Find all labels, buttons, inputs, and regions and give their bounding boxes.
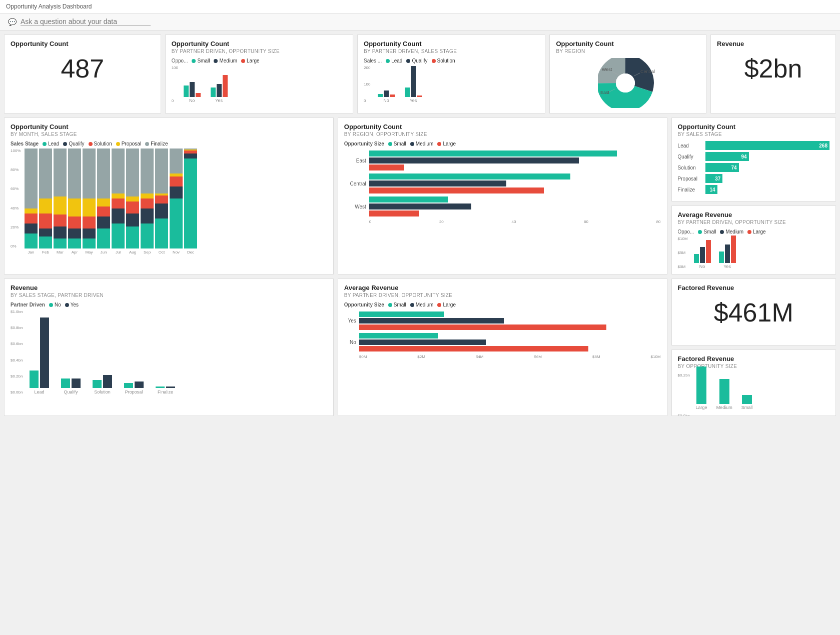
- card-title: Revenue: [11, 284, 327, 292]
- rev-group-finalize: Finalize: [156, 308, 175, 394]
- bar-yes-large: [223, 75, 228, 97]
- avg-hbar-bars: [359, 312, 661, 330]
- fact-bar-wrap-small: Small: [741, 395, 753, 410]
- fact-bar-large[interactable]: [696, 366, 706, 404]
- hbar-east-large[interactable]: [369, 164, 404, 170]
- fact-label-large: Large: [696, 405, 707, 410]
- hbar-bars: [369, 196, 661, 216]
- rev-bar-lead-no[interactable]: [30, 370, 39, 388]
- avg-label-yes: Yes: [723, 264, 731, 269]
- ss-bar-wrap: 37: [705, 174, 829, 183]
- rev-bar-proposal-yes[interactable]: [135, 382, 144, 388]
- hbar-east-small[interactable]: [369, 150, 617, 156]
- card-factored-revenue: Factored Revenue $461M: [671, 278, 836, 346]
- rev-bar-solution-no[interactable]: [93, 380, 102, 388]
- rev-bar-lead-yes[interactable]: [40, 318, 49, 388]
- hbar-label: West: [344, 204, 369, 210]
- hbar-central-small[interactable]: [369, 174, 570, 180]
- app-title: Opportunity Analysis Dashboard: [0, 0, 840, 14]
- avg-hbar-no-small[interactable]: [359, 333, 438, 338]
- avg-hbar-yes-medium[interactable]: [359, 318, 504, 324]
- bar-jun[interactable]: [97, 148, 110, 248]
- ss-bar-solution[interactable]: 74: [705, 163, 739, 172]
- legend-label: Oppo...: [172, 58, 188, 64]
- ss-bar-finalize[interactable]: 14: [705, 185, 717, 194]
- bar-oct[interactable]: [155, 148, 168, 248]
- rev-bar-proposal-no[interactable]: [124, 383, 133, 388]
- rev-chart-area: $1.0bn $0.8bn $0.6bn $0.4bn $0.2bn $0.0b…: [11, 310, 327, 394]
- avg-bar-yes-small[interactable]: [719, 252, 724, 263]
- stacked-bars: [11, 148, 327, 248]
- bar-jul[interactable]: [112, 148, 125, 248]
- fact-bar-medium[interactable]: [719, 379, 729, 404]
- card-title: Revenue: [717, 40, 829, 48]
- avg-hbar-yes-large[interactable]: [359, 324, 606, 330]
- legend-item-large: Large: [241, 58, 260, 64]
- fact-chart-area: $0.2bn $0.0bn Large Medium: [678, 373, 829, 416]
- hbar-west-medium[interactable]: [369, 204, 471, 210]
- avg-bar-yes-medium[interactable]: [725, 244, 730, 263]
- legend: Oppo... Small Medium Large: [172, 58, 347, 64]
- legend: Sales ... Lead Qualify Solution: [364, 58, 539, 64]
- qa-input[interactable]: [21, 18, 151, 26]
- ss-bar-qualify[interactable]: 94: [705, 152, 749, 161]
- rev-bar-finalize-no[interactable]: [156, 386, 165, 388]
- bar-may[interactable]: [83, 148, 96, 248]
- hbar-east-medium[interactable]: [369, 158, 579, 164]
- card-title: Average Revenue: [344, 284, 661, 292]
- bar-mar[interactable]: [54, 148, 67, 248]
- card-title: Opportunity Count: [678, 123, 829, 130]
- bar-group-no: No: [378, 64, 395, 103]
- hbar-west-large[interactable]: [369, 210, 419, 216]
- card-title: Factored Revenue: [678, 284, 829, 292]
- avg-hbar-no-medium[interactable]: [359, 340, 486, 345]
- fact-bar-small[interactable]: [742, 395, 752, 404]
- legend-item-solution: Solution: [432, 58, 455, 64]
- bar-label-yes: Yes: [410, 98, 417, 103]
- rev-x-solution: Solution: [94, 390, 111, 394]
- rev-bars: Lead Qualify Solutio: [11, 310, 327, 394]
- hbar-west-small[interactable]: [369, 196, 448, 202]
- rev-x-qualify: Qualify: [64, 390, 78, 394]
- card-avg-rev-horiz: Average Revenue BY PARTNER DRIVEN, OPPOR…: [338, 278, 667, 416]
- bar-dec[interactable]: [184, 148, 197, 248]
- bar-apr[interactable]: [68, 148, 81, 248]
- bar-aug[interactable]: [126, 148, 139, 248]
- bar-feb[interactable]: [39, 148, 52, 248]
- hbar-central-medium[interactable]: [369, 180, 506, 186]
- legend-item-finalize: Finalize: [145, 141, 168, 146]
- ss-bar-proposal[interactable]: 37: [705, 174, 723, 183]
- rev-bar-finalize-yes[interactable]: [166, 386, 175, 388]
- avg-bar-no-large[interactable]: [706, 240, 711, 263]
- legend-item-small: Small: [698, 229, 716, 234]
- bar-sep[interactable]: [141, 148, 154, 248]
- row-1: Opportunity Count 487 Opportunity Count …: [4, 34, 836, 114]
- rev-bar-qualify-no[interactable]: [61, 378, 70, 388]
- rev-bar-solution-yes[interactable]: [103, 375, 112, 388]
- grouped-bar-chart-stage: 200 100 0 No: [364, 66, 539, 103]
- card-subtitle: BY PARTNER DRIVEN, OPPORTUNITY SIZE: [172, 48, 347, 54]
- card-opp-sales-stage: Opportunity Count BY SALES STAGE Lead 26…: [671, 118, 836, 202]
- legend-item-qualify: Qualify: [63, 141, 84, 146]
- avg-bar-no-medium[interactable]: [700, 247, 705, 263]
- card-subtitle: BY PARTNER DRIVEN, SALES STAGE: [364, 48, 539, 54]
- ss-row-finalize: Finalize 14: [678, 185, 829, 194]
- avg-hbar-no-large[interactable]: [359, 346, 588, 352]
- avg-bar-yes-large[interactable]: [731, 236, 736, 263]
- ss-label: Finalize: [678, 187, 705, 192]
- rev-group-proposal: Proposal: [124, 308, 144, 394]
- legend-item-large: Large: [747, 229, 766, 234]
- legend-label: Partner Driven: [11, 302, 45, 308]
- legend: Opportunity Size Small Medium Large: [344, 302, 661, 308]
- card-revenue: Revenue $2bn: [710, 34, 836, 114]
- hbar-central-large[interactable]: [369, 188, 544, 194]
- avg-bar-no-small[interactable]: [694, 254, 699, 263]
- hbar-bars: [369, 174, 661, 194]
- avg-hbar-row-no: No: [344, 333, 661, 352]
- ss-bar-lead[interactable]: 268: [705, 141, 829, 150]
- avg-hbar-yes-small[interactable]: [359, 312, 444, 317]
- rev-x-lead: Lead: [34, 390, 44, 394]
- bar-nov[interactable]: [170, 148, 183, 248]
- rev-bar-qualify-yes[interactable]: [72, 378, 81, 388]
- bar-jan[interactable]: [25, 148, 38, 248]
